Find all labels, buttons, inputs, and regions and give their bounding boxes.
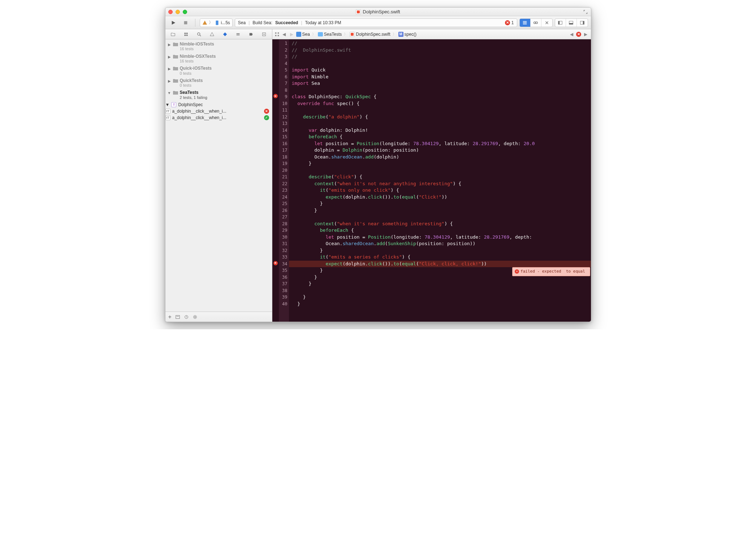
code-line[interactable]: import Quick (292, 67, 591, 74)
code-line[interactable]: } (292, 207, 591, 214)
code-line[interactable]: Ocean.sharedOcean.add(SunkenShip(positio… (292, 240, 591, 247)
disclosure-triangle-icon[interactable]: ▶ (168, 78, 171, 83)
code-line[interactable]: beforeEach { (292, 227, 591, 234)
minimize-window-button[interactable] (176, 10, 180, 14)
disclosure-triangle-icon[interactable]: ▼ (168, 90, 171, 95)
symbol-navigator-tab[interactable] (182, 30, 190, 38)
standard-editor-button[interactable] (520, 19, 531, 27)
error-marker-icon[interactable]: ✕ (273, 261, 278, 265)
filter-rect-icon[interactable] (175, 314, 180, 320)
svg-rect-13 (185, 32, 186, 34)
test-group[interactable]: ▶ Quick-iOSTests 0 tests (165, 65, 272, 77)
code-line[interactable]: } (292, 247, 591, 254)
jump-seg-method[interactable]: Mspec() (398, 32, 416, 37)
code-line[interactable]: expect(dolphin.click()).to(equal("Click!… (292, 194, 591, 201)
code-line[interactable] (292, 87, 591, 94)
navigator-tabs (165, 29, 272, 39)
sidebar-footer: + (165, 312, 272, 322)
code-line[interactable]: expect(dolphin.click()).to(equal("Click,… (289, 261, 591, 268)
code-content[interactable]: //// DolphinSpec.swift// import Quickimp… (289, 39, 591, 322)
test-group[interactable]: ▼ SeaTests 2 tests, 1 failing (165, 89, 272, 101)
code-line[interactable]: context("when it's not near anything int… (292, 181, 591, 187)
filter-scope-icon[interactable] (193, 314, 198, 320)
svg-rect-1 (216, 20, 218, 25)
code-line[interactable]: context("when it's near something intere… (292, 221, 591, 227)
code-line[interactable]: describe("click") { (292, 174, 591, 181)
add-button[interactable]: + (168, 314, 172, 320)
code-line[interactable]: // (292, 53, 591, 60)
back-button[interactable]: ◀ (281, 32, 287, 37)
filter-clock-icon[interactable] (184, 314, 189, 320)
code-line[interactable]: import Nimble (292, 74, 591, 81)
activity-viewer[interactable]: Sea | Build Sea: Succeeded | Today at 10… (235, 18, 517, 27)
code-line[interactable] (292, 167, 591, 174)
jump-seg-project[interactable]: Sea (296, 32, 310, 37)
code-line[interactable]: let position = Position(longitude: 78.30… (292, 140, 591, 147)
test-group[interactable]: ▶ QuickTests 0 tests (165, 77, 272, 90)
code-line[interactable]: var dolphin: Dolphin! (292, 127, 591, 134)
right-panel-toggle[interactable] (577, 19, 588, 27)
bottom-panel-toggle[interactable] (566, 19, 577, 27)
stop-button[interactable] (181, 18, 191, 27)
fullscreen-icon[interactable] (583, 9, 588, 14)
code-line[interactable]: override func spec() { (292, 100, 591, 107)
debug-navigator-tab[interactable] (234, 30, 242, 38)
code-line[interactable]: Ocean.sharedOcean.add(dolphin) (292, 154, 591, 161)
code-line[interactable]: it("emits a series of clicks") { (292, 254, 591, 261)
code-line[interactable]: dolphin = Dolphin(position: position) (292, 147, 591, 154)
code-line[interactable]: let position = Position(longitude: 78.30… (292, 234, 591, 241)
forward-button[interactable]: ▶ (289, 32, 295, 37)
run-button[interactable] (168, 18, 178, 27)
test-group[interactable]: ▶ Nimble-iOSTests 16 tests (165, 41, 272, 53)
find-navigator-tab[interactable] (195, 30, 203, 38)
test-navigator-tab[interactable] (221, 30, 229, 38)
disclosure-triangle-icon[interactable]: ▶ (168, 42, 171, 47)
disclosure-triangle-icon[interactable]: ▶ (168, 54, 171, 59)
code-line[interactable] (292, 60, 591, 67)
zoom-window-button[interactable] (183, 10, 187, 14)
jump-seg-file[interactable]: DolphinSpec.swift (350, 32, 390, 37)
project-navigator-tab[interactable] (169, 30, 177, 38)
code-line[interactable] (292, 120, 591, 127)
test-case[interactable]: tT a_dolphin__click__when_i... ✕ (165, 108, 272, 114)
code-line[interactable]: // (292, 40, 591, 47)
code-line[interactable] (292, 214, 591, 221)
breakpoint-navigator-tab[interactable] (247, 30, 255, 38)
code-line[interactable]: class DolphinSpec: QuickSpec { (292, 94, 591, 100)
next-issue-button[interactable]: ▶ (583, 32, 589, 37)
assistant-editor-button[interactable] (531, 19, 541, 27)
test-class[interactable]: ▼ T DolphinSpec (165, 101, 272, 108)
group-subtitle: 0 tests (180, 71, 212, 76)
test-case[interactable]: tT a_dolphin__click__when_i... ✓ (165, 114, 272, 121)
left-panel-toggle[interactable] (555, 19, 566, 27)
version-editor-button[interactable] (541, 19, 552, 27)
inline-error-tooltip[interactable]: ✕failed - expected to equal (512, 267, 590, 276)
folder-icon (318, 32, 323, 36)
code-line[interactable]: // DolphinSpec.swift (292, 47, 591, 54)
jump-seg-folder[interactable]: SeaTests (318, 32, 342, 37)
code-line[interactable] (292, 287, 591, 294)
scheme-selector[interactable]: 〉 i...5s (200, 18, 233, 27)
code-line[interactable]: beforeEach { (292, 134, 591, 140)
code-line[interactable]: } (292, 160, 591, 167)
code-line[interactable]: } (292, 281, 591, 287)
code-line[interactable]: } (292, 200, 591, 207)
prev-issue-button[interactable]: ◀ (569, 32, 575, 37)
method-icon: M (398, 32, 403, 37)
code-line[interactable]: import Sea (292, 80, 591, 87)
code-line[interactable]: } (292, 294, 591, 301)
report-navigator-tab[interactable] (260, 30, 268, 38)
disclosure-triangle-icon[interactable]: ▼ (165, 102, 170, 107)
code-line[interactable]: } (292, 301, 591, 308)
issue-navigator-tab[interactable] (208, 30, 216, 38)
code-editor[interactable]: ✕✕ 1234567891011121314151617181920212223… (272, 39, 591, 322)
test-tree[interactable]: ▶ Nimble-iOSTests 16 tests ▶ Nimble-OSXT… (165, 39, 272, 312)
error-marker-icon[interactable]: ✕ (273, 94, 278, 98)
related-items-icon[interactable] (275, 32, 280, 37)
code-line[interactable]: describe("a dolphin") { (292, 114, 591, 121)
code-line[interactable] (292, 107, 591, 114)
disclosure-triangle-icon[interactable]: ▶ (168, 66, 171, 71)
close-window-button[interactable] (168, 10, 173, 14)
test-group[interactable]: ▶ Nimble-OSXTests 16 tests (165, 53, 272, 65)
code-line[interactable]: it("emits only one click") { (292, 187, 591, 194)
